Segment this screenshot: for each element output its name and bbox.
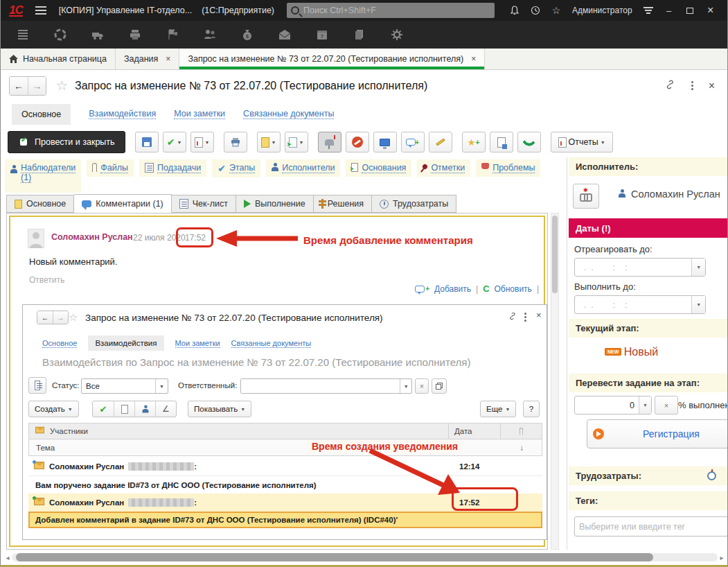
- settings-gear-icon[interactable]: [390, 28, 404, 42]
- tab-execution[interactable]: Выполнение: [236, 195, 314, 213]
- status-dropdown-icon[interactable]: ▼: [155, 379, 168, 393]
- table-header-participants[interactable]: Участники Дата: [28, 423, 542, 439]
- unlink-executor-button[interactable]: ✱: [573, 184, 599, 209]
- table-header-topic[interactable]: Тема ↓: [28, 439, 542, 456]
- comment-author[interactable]: Соломахин Руслан: [51, 232, 133, 242]
- embedded-nav-interactions[interactable]: Взаимодействия: [88, 335, 163, 351]
- tab-comments[interactable]: Комментарии (1): [74, 194, 171, 213]
- notifications-bell-icon[interactable]: [504, 3, 525, 18]
- subtasks-link[interactable]: Подзадачи: [139, 159, 206, 177]
- forward-button[interactable]: →: [28, 77, 46, 95]
- tags-input[interactable]: [575, 517, 728, 536]
- table-row[interactable]: Соломахин Руслан : 12:14: [28, 457, 542, 476]
- embedded-help-button[interactable]: ?: [523, 401, 540, 417]
- embedded-forward-button[interactable]: →: [53, 311, 68, 324]
- sort-desc-icon[interactable]: ↓: [520, 443, 542, 453]
- main-menu-icon[interactable]: [35, 6, 46, 15]
- add-comment-button[interactable]: +: [401, 132, 425, 152]
- embedded-star-icon[interactable]: ☆: [69, 311, 78, 324]
- flags-icon[interactable]: [166, 28, 179, 42]
- copy-pages-icon[interactable]: [353, 28, 366, 42]
- percent-clear-button[interactable]: ×: [655, 396, 678, 415]
- tab-request-close-icon[interactable]: ×: [471, 54, 476, 64]
- tab-request[interactable]: Запрос на изменение № 73 от 22.07.20 (Те…: [179, 49, 485, 69]
- add-favorite-button[interactable]: ★+: [462, 132, 486, 152]
- embedded-link-icon[interactable]: [508, 312, 517, 322]
- embedded-back-button[interactable]: ←: [37, 311, 53, 324]
- target-icon[interactable]: [53, 28, 67, 42]
- react-until-dropdown-icon[interactable]: ▼: [691, 259, 705, 276]
- angle-icon[interactable]: ∠: [155, 401, 176, 417]
- calendar-icon[interactable]: 7: [315, 28, 329, 42]
- current-user[interactable]: Администратор: [572, 6, 632, 15]
- close-document-button[interactable]: ×: [709, 80, 715, 92]
- tags-field[interactable]: [574, 516, 728, 537]
- reports-button[interactable]: Отчеты▼: [551, 132, 613, 152]
- highlight-button[interactable]: [429, 132, 452, 152]
- tab-tasks-close-icon[interactable]: ×: [166, 54, 170, 64]
- more-menu-icon[interactable]: [691, 81, 693, 90]
- register-button[interactable]: Регистрация: [587, 419, 728, 448]
- mailbox-button[interactable]: [318, 132, 341, 152]
- based-on-button[interactable]: ➤▼: [285, 132, 308, 152]
- table-row-subject-selected[interactable]: Добавлен комментарий в задание ID#73 от …: [28, 512, 542, 528]
- person-button-icon[interactable]: [134, 401, 155, 417]
- call-button[interactable]: [517, 132, 541, 152]
- favorites-star-icon[interactable]: ☆: [546, 3, 567, 18]
- refresh-link[interactable]: Обновить: [495, 284, 532, 294]
- post-button[interactable]: ✔▼: [163, 132, 186, 152]
- copy-doc-icon[interactable]: [114, 401, 134, 417]
- do-until-field[interactable]: ▼: [574, 295, 706, 314]
- status-select[interactable]: Все ▼: [81, 378, 168, 394]
- embedded-more-button[interactable]: Еще▼: [480, 401, 516, 417]
- block-button[interactable]: [346, 132, 369, 152]
- embedded-create-button[interactable]: Создать▼: [28, 401, 79, 417]
- executor-name[interactable]: Соломахин Руслан: [631, 189, 720, 200]
- embedded-nav-notes[interactable]: Мои заметки: [175, 339, 220, 348]
- embedded-nav-related[interactable]: Связанные документы: [231, 339, 312, 348]
- truck-icon[interactable]: [91, 28, 105, 42]
- tab-checklist[interactable]: Чек-лист: [172, 195, 236, 213]
- functions-menu-icon[interactable]: [638, 3, 659, 18]
- remote-desktop-button[interactable]: [373, 132, 397, 152]
- save-button[interactable]: [135, 132, 159, 152]
- tab-solutions[interactable]: Решения: [314, 195, 372, 213]
- save-template-button[interactable]: [490, 132, 513, 152]
- percent-input[interactable]: [575, 396, 639, 414]
- horizontal-scrollbar[interactable]: ◂ ▸: [3, 552, 726, 563]
- executors-link[interactable]: Исполнители: [266, 159, 340, 177]
- watchers-link[interactable]: Наблюдатели (1): [5, 159, 81, 193]
- minimize-button[interactable]: –: [659, 2, 680, 19]
- responsible-choose-button[interactable]: [432, 378, 447, 394]
- vertical-scrollbar[interactable]: [551, 213, 559, 550]
- post-and-close-button[interactable]: ✔ Провести и закрыть: [8, 131, 125, 153]
- embedded-list-settings-button[interactable]: [28, 377, 46, 394]
- percent-dropdown-icon[interactable]: ▼: [639, 396, 651, 414]
- print-button[interactable]: [224, 132, 247, 152]
- maximize-button[interactable]: [680, 2, 700, 19]
- responsible-input[interactable]: [241, 379, 400, 393]
- docnav-main[interactable]: Основное: [12, 104, 71, 125]
- tab-main[interactable]: Основное: [6, 195, 74, 213]
- docnav-notes[interactable]: Мои заметки: [174, 109, 225, 119]
- history-icon[interactable]: [525, 3, 546, 18]
- schedule-doc-button[interactable]: ▼: [257, 132, 281, 152]
- printer-icon[interactable]: [128, 28, 142, 42]
- docnav-related[interactable]: Связанные документы: [243, 109, 334, 119]
- vertical-scrollbar-thumb[interactable]: [552, 216, 558, 293]
- global-search[interactable]: [287, 3, 495, 18]
- tab-tasks[interactable]: Задания ×: [116, 49, 179, 69]
- responsible-combo[interactable]: ▼: [240, 378, 412, 394]
- mark-reviewed-icon[interactable]: ✔: [93, 401, 114, 417]
- people-icon[interactable]: [203, 28, 217, 42]
- mail-icon[interactable]: [278, 28, 292, 42]
- files-link[interactable]: Файлы: [87, 159, 134, 177]
- tab-home[interactable]: Начальная страница: [1, 49, 116, 69]
- stages-link[interactable]: ✔Этапы: [212, 159, 260, 177]
- do-until-input[interactable]: [575, 296, 691, 313]
- embedded-close-icon[interactable]: ×: [536, 310, 542, 320]
- embedded-show-button[interactable]: Показывать▼: [188, 401, 251, 417]
- search-input[interactable]: [303, 6, 490, 15]
- add-comment-link[interactable]: Добавить: [434, 284, 471, 294]
- react-until-input[interactable]: [575, 259, 691, 276]
